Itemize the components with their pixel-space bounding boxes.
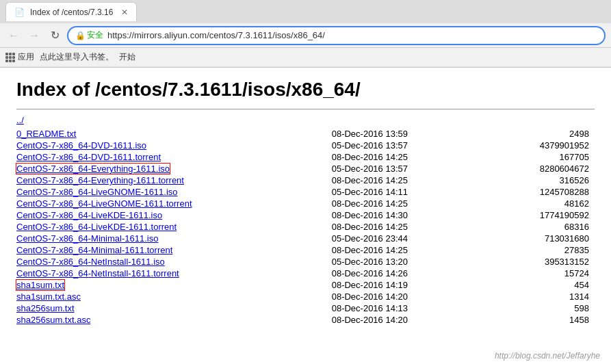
table-row: CentOS-7-x86_64-NetInstall-1611.iso05-De… [16,256,595,268]
file-date: 08-Dec-2016 14:20 [326,291,491,302]
file-date: 05-Dec-2016 13:57 [326,163,491,174]
table-row: CentOS-7-x86_64-Minimal-1611.iso05-Dec-2… [16,233,595,244]
file-size: 316526 [491,174,595,186]
tab-favicon: 📄 [14,8,25,17]
file-link[interactable]: sha1sum.txt [16,280,64,290]
tab-title: Index of /centos/7.3.16 [30,8,113,17]
table-row: CentOS-7-x86_64-LiveGNOME-1611.torrent08… [16,198,595,209]
apps-label: 应用 [18,51,34,63]
file-date: 08-Dec-2016 14:25 [326,151,491,163]
file-size: 48162 [491,198,595,209]
file-date: 08-Dec-2016 13:59 [326,128,491,140]
table-row: CentOS-7-x86_64-LiveGNOME-1611.iso05-Dec… [16,186,595,198]
lock-icon: 🔒 [75,31,86,40]
file-date: 05-Dec-2016 13:20 [326,256,491,268]
nav-bar: ← → ↻ 🔒 安全 [0,23,611,48]
bookmarks-bar: 应用 点此这里导入书签。 开始 [0,48,611,67]
file-date: 08-Dec-2016 14:25 [326,244,491,256]
table-row: 0_README.txt08-Dec-2016 13:592498 [16,128,595,140]
page-content: Index of /centos/7.3.1611/isos/x86_64/ .… [0,68,611,364]
table-row: sha1sum.txt.asc08-Dec-2016 14:201314 [16,291,595,302]
table-row: sha256sum.txt.asc08-Dec-2016 14:201458 [16,314,595,326]
apps-button[interactable]: 应用 [5,51,34,63]
file-size: 454 [491,279,595,291]
file-size: 598 [491,302,595,314]
file-link[interactable]: CentOS-7-x86_64-Minimal-1611.iso [16,233,158,244]
file-date: 08-Dec-2016 14:25 [326,198,491,209]
file-size: 1774190592 [491,209,595,221]
refresh-button[interactable]: ↻ [47,27,63,44]
table-row: CentOS-7-x86_64-NetInstall-1611.torrent0… [16,268,595,279]
grid-icon [5,53,15,62]
table-row: CentOS-7-x86_64-LiveKDE-1611.torrent08-D… [16,221,595,233]
forward-button[interactable]: → [26,27,42,44]
back-button[interactable]: ← [5,27,22,44]
file-link[interactable]: CentOS-7-x86_64-DVD-1611.iso [16,140,146,151]
tab-bar: 📄 Index of /centos/7.3.16 ✕ [0,0,611,23]
watermark: http://blog.csdn.net/Jeffaryhe [495,351,600,361]
file-size: 2498 [491,128,595,140]
table-row: CentOS-7-x86_64-Everything-1611.iso05-De… [16,163,595,174]
security-label: 安全 [87,29,103,41]
file-listing-table: 0_README.txt08-Dec-2016 13:592498CentOS-… [16,128,595,326]
bookmark-import[interactable]: 点此这里导入书签。 [40,51,114,63]
parent-link[interactable]: ../ [16,115,24,125]
file-link[interactable]: CentOS-7-x86_64-Everything-1611.iso [16,164,170,174]
file-size: 8280604672 [491,163,595,174]
file-link[interactable]: CentOS-7-x86_64-LiveGNOME-1611.torrent [16,198,192,209]
security-indicator: 🔒 安全 [75,29,103,41]
file-size: 4379901952 [491,140,595,151]
table-row: CentOS-7-x86_64-Everything-1611.torrent0… [16,174,595,186]
parent-dir-row: ../ [16,115,595,128]
file-link[interactable]: CentOS-7-x86_64-DVD-1611.torrent [16,152,161,162]
file-date: 08-Dec-2016 14:13 [326,302,491,314]
browser-chrome: 📄 Index of /centos/7.3.16 ✕ ← → ↻ 🔒 安全 应… [0,0,611,68]
file-link[interactable]: CentOS-7-x86_64-NetInstall-1611.torrent [16,268,179,278]
file-link[interactable]: sha256sum.txt [16,303,75,313]
file-date: 08-Dec-2016 14:26 [326,268,491,279]
file-date: 08-Dec-2016 14:19 [326,279,491,291]
file-date: 08-Dec-2016 14:30 [326,209,491,221]
file-link[interactable]: sha1sum.txt.asc [16,291,81,302]
file-link[interactable]: CentOS-7-x86_64-Everything-1611.torrent [16,175,184,185]
file-date: 05-Dec-2016 14:11 [326,186,491,198]
table-row: CentOS-7-x86_64-Minimal-1611.torrent08-D… [16,244,595,256]
divider [16,109,595,109]
file-size: 68316 [491,221,595,233]
bookmark-start[interactable]: 开始 [119,51,135,63]
file-size: 1245708288 [491,186,595,198]
file-link[interactable]: CentOS-7-x86_64-Minimal-1611.torrent [16,245,172,255]
table-row: CentOS-7-x86_64-DVD-1611.iso05-Dec-2016 … [16,140,595,151]
file-link[interactable]: CentOS-7-x86_64-NetInstall-1611.iso [16,257,165,267]
file-date: 05-Dec-2016 23:44 [326,233,491,244]
file-size: 395313152 [491,256,595,268]
file-link[interactable]: CentOS-7-x86_64-LiveKDE-1611.iso [16,210,162,220]
tab-close-button[interactable]: ✕ [121,8,128,17]
table-row: CentOS-7-x86_64-LiveKDE-1611.iso08-Dec-2… [16,209,595,221]
page-title: Index of /centos/7.3.1611/isos/x86_64/ [16,79,595,101]
file-link[interactable]: CentOS-7-x86_64-LiveGNOME-1611.iso [16,187,178,197]
file-size: 1458 [491,314,595,326]
file-link[interactable]: CentOS-7-x86_64-LiveKDE-1611.torrent [16,222,177,232]
table-row: sha256sum.txt08-Dec-2016 14:13598 [16,302,595,314]
browser-tab[interactable]: 📄 Index of /centos/7.3.16 ✕ [5,2,137,21]
file-size: 15724 [491,268,595,279]
url-input[interactable] [107,30,597,40]
file-link[interactable]: sha256sum.txt.asc [16,315,90,325]
file-date: 08-Dec-2016 14:20 [326,314,491,326]
address-bar[interactable]: 🔒 安全 [67,26,606,45]
file-size: 1314 [491,291,595,302]
file-date: 05-Dec-2016 13:57 [326,140,491,151]
table-row: sha1sum.txt08-Dec-2016 14:19454 [16,279,595,291]
file-size: 713031680 [491,233,595,244]
file-date: 08-Dec-2016 14:25 [326,174,491,186]
table-row: CentOS-7-x86_64-DVD-1611.torrent08-Dec-2… [16,151,595,163]
file-size: 167705 [491,151,595,163]
file-date: 08-Dec-2016 14:25 [326,221,491,233]
file-link[interactable]: 0_README.txt [16,129,76,139]
file-size: 27835 [491,244,595,256]
